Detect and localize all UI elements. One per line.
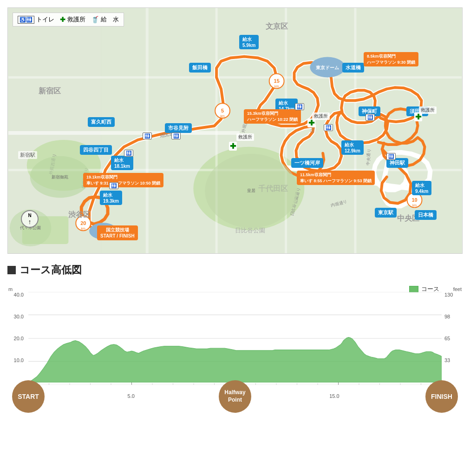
toilet-3: 🚻 [295, 103, 304, 110]
place-tokyostation: 東京駅 [375, 208, 397, 218]
map-legend: ♿🚻 トイレ ✚ 救護所 🥤 給 水 [13, 13, 124, 26]
halfway-label: HalfwayPoint [224, 389, 245, 403]
y-label-10: 10.0 [14, 357, 26, 363]
elevation-section: コース高低図 コース m feet 40.0 30.0 20.0 10.0 13… [7, 263, 463, 422]
water-9.4km: 給水9.4km [412, 181, 431, 195]
legend-firstaid-label: 救護所 [67, 15, 85, 24]
place-ichigaya: 市谷見附 [165, 123, 192, 133]
place-shinjuku-eki: 新宿駅 [18, 151, 37, 159]
toilet-7: 🚻 [124, 150, 133, 157]
y-axis-right: 130 98 65 33 [442, 292, 463, 385]
svg-text:km: km [220, 114, 224, 118]
cutoff-19.1km: 19.1km収容関門車いす 9:31 ハーフマラソン 10:50 閉鎖 [83, 173, 163, 187]
svg-text:km: km [81, 227, 85, 230]
y-label-65: 65 [442, 336, 450, 341]
svg-text:5: 5 [221, 108, 224, 113]
legend-water-label: 給 水 [101, 15, 119, 24]
y-label-130: 130 [442, 292, 453, 298]
section-title: コース高低図 [7, 263, 463, 277]
y-axis-left: 40.0 30.0 20.0 10.0 [7, 292, 26, 385]
compass: N ↑ [21, 210, 39, 228]
finish-label: FINISH [431, 393, 452, 400]
toilet-8: 🚻 [109, 182, 118, 189]
svg-text:km: km [274, 85, 279, 88]
svg-text:日比谷公園: 日比谷公園 [235, 227, 265, 234]
place-yotsuya: 四谷四丁目 [80, 145, 112, 155]
place-tomihisacho: 富久町西 [88, 117, 115, 127]
toilet-4: 🚻 [324, 124, 333, 131]
y-label-98: 98 [442, 314, 450, 319]
legend-toilet: ♿🚻 トイレ [18, 15, 54, 24]
svg-text:新宿御苑: 新宿御苑 [52, 175, 68, 179]
section-title-text: コース高低図 [20, 263, 82, 277]
legend-water: 🥤 給 水 [91, 15, 119, 24]
start-marker: START [12, 380, 45, 413]
legend-toilet-label: トイレ [36, 15, 54, 24]
water-5.9km: 給水5.9km [239, 35, 259, 49]
bottom-markers: START HalfwayPoint FINISH [12, 380, 458, 413]
svg-text:15: 15 [274, 78, 280, 84]
firstaid-label-1: 救護所 [236, 133, 254, 141]
y-label-33: 33 [442, 357, 450, 363]
svg-text:新宿区: 新宿区 [39, 86, 61, 95]
water-12.9km: 給水12.9km [341, 140, 364, 155]
cutoff-15.3km: 15.3km収容関門ハーフマラソン 10:22 閉鎖 [244, 109, 301, 124]
place-hitotsubashi: 一ツ橋河岸 [291, 158, 323, 168]
svg-text:皇居: 皇居 [247, 188, 255, 193]
svg-text:東京ドーム: 東京ドーム [316, 65, 339, 70]
place-kokuritsu: 国立競技場START / FINISH [97, 225, 138, 240]
svg-text:文京区: 文京区 [266, 22, 288, 30]
firstaid-marker-1: ✚ [229, 142, 237, 151]
start-label: START [18, 393, 39, 400]
y-label-30: 30.0 [14, 314, 26, 319]
water-19.3km: 給水19.3km [100, 191, 122, 205]
toilet-2: 🚻 [171, 132, 181, 139]
svg-text:10: 10 [411, 197, 417, 203]
svg-text:渋谷区: 渋谷区 [68, 211, 91, 218]
y-unit-left: m [8, 286, 13, 292]
map-section: 5 km 10 km 15 km 20 km 東京ドーム ● 文京区 新宿区 渋… [7, 7, 463, 254]
cutoff-11.5km: 11.5km収容関門車いす 8:55 ハーフマラソン 9:53 閉鎖 [297, 171, 375, 185]
place-nihonbashi: 日本橋 [415, 210, 437, 220]
place-suido: 水道橋 [342, 63, 364, 73]
svg-text:20: 20 [80, 220, 86, 226]
y-unit-right: feet [453, 286, 462, 292]
toilet-5: 🚻 [366, 114, 375, 121]
y-label-40: 40.0 [14, 292, 26, 298]
water-icon: 🥤 [91, 16, 99, 23]
cutoff-8.5km: 8.5km収容関門ハーフマラソン 9:30 閉鎖 [364, 52, 418, 66]
chart-inner [28, 292, 442, 385]
toilet-1: 🚻 [143, 132, 152, 139]
firstaid-label-2: 救護所 [312, 112, 330, 120]
finish-marker: FINISH [425, 380, 458, 413]
toilet-icon: ♿🚻 [18, 16, 34, 24]
place-iidabashi: 飯田橋 [189, 63, 211, 73]
halfway-marker: HalfwayPoint [219, 380, 251, 413]
legend-firstaid: ✚ 救護所 [60, 15, 85, 24]
firstaid-icon: ✚ [60, 16, 65, 23]
svg-text:km: km [412, 204, 417, 207]
legend-color-box [409, 286, 418, 292]
water-18.1km: 給水18.1km [111, 156, 133, 170]
elevation-chart: コース m feet 40.0 30.0 20.0 10.0 130 98 65… [7, 283, 463, 413]
y-label-20: 20.0 [14, 336, 26, 341]
toilet-6: 🚻 [386, 153, 396, 160]
title-square [7, 266, 16, 274]
firstaid-label-3: 救護所 [419, 106, 437, 114]
